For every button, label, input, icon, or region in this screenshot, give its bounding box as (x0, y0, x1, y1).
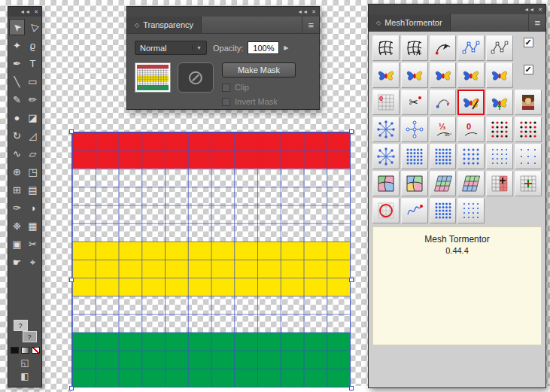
collapse-panel-button[interactable]: ◄◄ (524, 7, 534, 12)
color-mesh-2-button[interactable] (401, 171, 428, 196)
blend-mode-select[interactable]: Normal ▼ (135, 41, 207, 55)
mask-thumbnail[interactable]: ⊘ (178, 62, 214, 93)
tab-mesh-tormentor[interactable]: ◇ MeshTormentor (369, 14, 451, 31)
artboard-tool[interactable]: ▣ (9, 236, 25, 252)
dot-grid-tiny-button[interactable] (515, 144, 542, 169)
selection-handle[interactable] (349, 386, 354, 390)
pen-curve-button[interactable] (430, 35, 457, 61)
clip-checkbox[interactable]: Clip (222, 83, 296, 92)
slant-mesh-button[interactable] (430, 171, 457, 196)
drawing-modes-icon[interactable]: ◱ (20, 358, 29, 367)
none-button[interactable] (32, 347, 40, 354)
mesh-to-path-button[interactable] (401, 35, 428, 61)
dot-grid-small-button[interactable] (486, 144, 513, 169)
butterfly-swap-button[interactable] (430, 62, 457, 88)
dot-grid-medium-2-button[interactable] (457, 198, 485, 223)
collapse-panel-button[interactable]: ◄◄ (297, 9, 308, 14)
blob-brush-tool[interactable]: ● (9, 109, 25, 126)
grid-split-red-button[interactable] (486, 171, 513, 196)
rectangle-tool[interactable]: ▭ (25, 73, 41, 90)
column-graph-tool[interactable]: ▦ (25, 217, 41, 234)
butterfly-copy-button[interactable] (372, 62, 400, 88)
scribble-button[interactable] (401, 198, 428, 223)
selection-handle[interactable] (69, 386, 74, 390)
mesh-warp-button[interactable] (372, 35, 400, 61)
free-transform-tool[interactable]: ▱ (25, 145, 41, 162)
gradient-tool[interactable]: ▤ (25, 181, 41, 198)
lasso-tool[interactable]: ϱ (25, 37, 41, 53)
scale-tool[interactable]: ◿ (25, 127, 41, 144)
path-nodes-blue-button[interactable] (457, 35, 485, 61)
photo-sample-button[interactable] (515, 90, 542, 115)
grid-plus-button[interactable] (515, 171, 542, 196)
panel-menu-icon[interactable]: ≡ (302, 17, 319, 33)
butterfly-brush-button[interactable] (457, 90, 485, 115)
eraser-tool[interactable]: ◪ (25, 109, 41, 126)
curve-arrow-button[interactable] (430, 90, 457, 115)
path-nodes-dark-button[interactable] (486, 35, 513, 61)
stroke-swatch[interactable]: ? (23, 331, 37, 342)
opacity-input[interactable]: 100% (248, 41, 279, 54)
butterfly-arrow-button[interactable] (486, 90, 513, 115)
rotate-tool[interactable]: ↻ (9, 127, 25, 144)
selection-handle[interactable] (69, 129, 74, 134)
butterfly-mirror-button[interactable] (457, 62, 485, 88)
zero-angle-button[interactable]: 0 (457, 117, 485, 142)
grid-zero-button[interactable]: 0 (372, 90, 400, 115)
zoom-tool[interactable]: ⌖ (25, 254, 41, 270)
color-mesh-button[interactable] (372, 171, 400, 196)
hand-tool[interactable]: ☛ (9, 254, 25, 270)
dot-grid-large-3-button[interactable] (430, 198, 457, 223)
line-segment-tool[interactable]: ╲ (9, 73, 25, 90)
fill-stroke-indicator[interactable]: ? ? (14, 320, 37, 342)
star-nodes-small-button[interactable] (372, 144, 400, 169)
cross-nodes-button[interactable] (401, 117, 428, 142)
mesh-grid-artwork[interactable] (71, 132, 351, 387)
gradient-button[interactable] (21, 347, 29, 354)
width-tool[interactable]: ∿ (9, 145, 25, 162)
selection-tool[interactable]: ➤ (9, 19, 25, 35)
dots-black-red-button[interactable] (486, 117, 513, 142)
shape-builder-tool[interactable]: ⊕ (9, 163, 25, 180)
dot-grid-large-2-button[interactable] (430, 144, 457, 169)
direct-selection-tool[interactable]: ▷ (25, 19, 41, 35)
invert-mask-checkbox[interactable]: Invert Mask (222, 97, 296, 106)
dot-grid-large-button[interactable] (401, 144, 428, 169)
eyedropper-tool[interactable]: ✑ (9, 199, 25, 216)
mesh-panel-checkbox-2[interactable]: ✓ (524, 65, 533, 74)
close-icon[interactable]: ✕ (311, 9, 316, 14)
screen-mode-icon[interactable]: ◧ (20, 372, 29, 381)
object-thumbnail[interactable] (135, 62, 171, 93)
selection-handle[interactable] (69, 278, 74, 282)
dot-grid-medium-button[interactable] (457, 144, 485, 169)
close-icon[interactable]: ✕ (34, 9, 38, 14)
scissors-button[interactable]: ✂ (401, 90, 428, 115)
perspective-grid-tool[interactable]: ◳ (25, 163, 41, 180)
selection-handle[interactable] (349, 278, 354, 282)
mesh-tool[interactable]: ⊞ (9, 181, 25, 198)
pen-tool[interactable]: ✒ (9, 55, 25, 71)
magic-wand-tool[interactable]: ✦ (9, 37, 25, 53)
paintbrush-tool[interactable]: ✎ (9, 91, 25, 108)
butterfly-rotate-button[interactable] (486, 62, 513, 88)
fill-swatch[interactable]: ? (14, 320, 28, 331)
type-tool[interactable]: T (25, 55, 41, 71)
dots-red-black-button[interactable] (515, 117, 542, 142)
tab-transparency[interactable]: ◇ Transparency (127, 17, 202, 33)
close-icon[interactable]: ✕ (538, 7, 542, 12)
one-third-angle-button[interactable]: ⅓90° (430, 117, 457, 142)
selection-handle[interactable] (349, 129, 354, 134)
collapse-panel-button[interactable]: ◄◄ (20, 9, 30, 14)
butterfly-paste-button[interactable] (401, 62, 428, 88)
star-nodes-button[interactable] (372, 117, 400, 142)
opacity-slider-button[interactable]: ▶ (284, 44, 288, 51)
mesh-panel-checkbox-1[interactable]: ✓ (524, 38, 533, 47)
slice-tool[interactable]: ✂ (25, 236, 41, 252)
panel-menu-icon[interactable]: ≡ (528, 14, 545, 31)
red-ring-button[interactable] (372, 198, 400, 223)
make-mask-button[interactable]: Make Mask (222, 62, 296, 77)
blend-tool[interactable]: ◑ (25, 199, 41, 216)
slant-mesh-2-button[interactable] (457, 171, 485, 196)
symbol-sprayer-tool[interactable]: ❉ (9, 217, 25, 234)
color-button[interactable] (11, 347, 19, 354)
